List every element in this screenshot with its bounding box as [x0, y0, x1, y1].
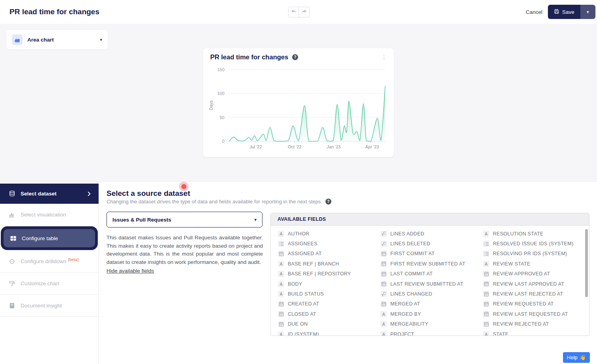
configuration-panel: Select datasetSelect visualizationConfig…: [0, 181, 597, 364]
dataset-description: This dataset makes Issues and Pull Reque…: [106, 234, 263, 266]
field-item-lines-changed[interactable]: LINES CHANGED: [376, 289, 478, 299]
sidebar-item-label: Document insight: [21, 303, 62, 309]
bar-chart-icon: [9, 211, 15, 218]
field-item-lines-deleted[interactable]: LINES DELETED: [376, 239, 478, 248]
field-item-created-at[interactable]: CREATED AT: [273, 299, 376, 309]
calendar-icon: [380, 250, 387, 257]
help-question-icon[interactable]: ?: [292, 54, 298, 60]
cancel-button[interactable]: Cancel: [523, 9, 545, 15]
calendar-icon: [380, 301, 387, 307]
area-chart-icon: [12, 34, 23, 45]
calendar-icon: [483, 311, 489, 317]
chevron-down-icon: ▾: [100, 37, 102, 42]
available-fields-body: AAUTHORASSIGNEESASSIGNED ATABASE REF | B…: [271, 226, 589, 336]
list-icon: [278, 241, 284, 247]
sidebar-item-document-insight[interactable]: Document insight: [0, 295, 99, 317]
field-item-assigned-at[interactable]: ASSIGNED AT: [273, 249, 376, 259]
text-field-icon: A: [380, 321, 387, 327]
field-label: AUTHOR: [288, 231, 309, 237]
field-label: LINES CHANGED: [390, 291, 432, 297]
scrollbar-thumb[interactable]: [585, 229, 588, 297]
svg-text:Days: Days: [209, 100, 213, 110]
sidebar-item-customize-chart[interactable]: Customize chart: [0, 273, 99, 295]
save-split-button: Save ▾: [548, 5, 595, 19]
field-item-review-requested-at[interactable]: REVIEW REQUESTED AT: [478, 299, 581, 309]
svg-text:150: 150: [217, 67, 224, 72]
svg-text:0: 0: [222, 139, 224, 144]
caret-down-icon: ▾: [587, 9, 589, 14]
area-chart-plot: 050100150DaysJul '22Oct '22Jan '23Apr '2…: [203, 64, 394, 157]
text-field-icon: A: [278, 231, 284, 237]
field-item-review-state[interactable]: AREVIEW STATE: [478, 259, 581, 269]
field-label: DUE ON: [288, 321, 308, 327]
hide-available-fields-link[interactable]: Hide available fields: [106, 268, 154, 274]
kebab-menu-icon[interactable]: ⋮: [380, 55, 388, 60]
fields-column: LINES ADDEDLINES DELETEDFIRST COMMIT ATF…: [376, 229, 478, 336]
help-question-icon[interactable]: ?: [325, 199, 331, 205]
beta-badge: (beta): [68, 257, 79, 262]
field-item-review-last-rejected-at[interactable]: REVIEW LAST REJECTED AT: [478, 289, 581, 299]
available-fields-header: AVAILABLE FIELDS: [271, 213, 589, 226]
calendar-icon: [483, 281, 489, 287]
undo-icon: [291, 8, 297, 16]
field-item-resolution-state[interactable]: ARESOLUTION STATE: [478, 229, 581, 239]
chart-type-selector[interactable]: Area chart ▾: [6, 30, 108, 49]
field-item-resolving-pr-ids-system[interactable]: RESOLVING PR IDS (SYSTEM): [478, 249, 581, 259]
field-item-review-last-approved-at[interactable]: REVIEW LAST APPROVED AT: [478, 279, 581, 289]
field-label: PROJECT: [390, 332, 414, 336]
field-item-state[interactable]: ASTATE: [478, 329, 581, 336]
field-label: ASSIGNEES: [288, 241, 318, 246]
field-label: BODY: [288, 281, 302, 287]
field-item-id-system[interactable]: AID (SYSTEM): [273, 329, 376, 336]
field-item-review-approved-at[interactable]: REVIEW APPROVED AT: [478, 269, 581, 279]
field-item-closed-at[interactable]: CLOSED AT: [273, 309, 376, 319]
field-item-lines-added[interactable]: LINES ADDED: [376, 229, 478, 239]
field-item-base-ref-repository[interactable]: ABASE REF | REPOSITORY: [273, 269, 376, 279]
undo-button[interactable]: [288, 7, 299, 17]
dataset-select[interactable]: Issues & Pull Requests ▾: [106, 212, 262, 228]
field-item-mergeability[interactable]: AMERGEABILITY: [376, 319, 478, 329]
field-label: RESOLVED ISSUE IDS (SYSTEM): [493, 241, 573, 246]
field-item-build-status[interactable]: ABUILD STATUS: [273, 289, 376, 299]
field-item-base-ref-branch[interactable]: ABASE REF | BRANCH: [273, 259, 376, 269]
section-subheading: Changing the dataset drives the type of …: [106, 199, 331, 205]
help-button[interactable]: Help 👋: [563, 352, 590, 363]
formula-icon: [380, 231, 387, 237]
field-label: MERGED BY: [390, 311, 421, 317]
field-item-author[interactable]: AAUTHOR: [273, 229, 376, 239]
field-label: BUILD STATUS: [288, 291, 324, 297]
save-icon: [554, 9, 559, 15]
field-item-last-commit-at[interactable]: LAST COMMIT AT: [376, 269, 478, 279]
field-label: CLOSED AT: [288, 311, 316, 317]
field-item-resolved-issue-ids-system[interactable]: RESOLVED ISSUE IDS (SYSTEM): [478, 239, 581, 248]
sidebar-item-select-dataset[interactable]: Select dataset: [0, 184, 99, 204]
text-field-icon: A: [380, 331, 387, 336]
svg-text:100: 100: [217, 91, 224, 96]
calendar-icon: [278, 301, 284, 307]
field-item-first-review-submitted-at[interactable]: FIRST REVIEW SUBMITTED AT: [376, 259, 478, 269]
table-icon: [10, 235, 17, 242]
field-item-merged-at[interactable]: MERGED AT: [376, 299, 478, 309]
section-subheading-text: Changing the dataset drives the type of …: [106, 199, 322, 205]
field-label: RESOLVING PR IDS (SYSTEM): [493, 251, 567, 256]
field-item-review-rejected-at[interactable]: REVIEW REJECTED AT: [478, 319, 581, 329]
page-title: PR lead time for changes: [10, 8, 99, 16]
field-item-project[interactable]: APROJECT: [376, 329, 478, 336]
list-icon: [483, 241, 489, 247]
field-item-review-last-requested-at[interactable]: REVIEW LAST REQUESTED AT: [478, 309, 581, 319]
sidebar-item-configure-drilldown[interactable]: Configure drilldown(beta): [0, 250, 99, 273]
fields-column: AAUTHORASSIGNEESASSIGNED ATABASE REF | B…: [273, 229, 376, 336]
sidebar-item-select-visualization[interactable]: Select visualization: [0, 204, 99, 226]
redo-icon: [301, 8, 307, 16]
save-button[interactable]: Save: [548, 5, 580, 19]
redo-button[interactable]: [299, 7, 310, 17]
sidebar-item-configure-table[interactable]: Configure table: [1, 226, 98, 250]
save-options-caret[interactable]: ▾: [580, 5, 595, 19]
undo-redo-group: [288, 7, 310, 17]
field-item-body[interactable]: ABODY: [273, 279, 376, 289]
field-item-last-review-submitted-at[interactable]: LAST REVIEW SUBMITTED AT: [376, 279, 478, 289]
field-item-assignees[interactable]: ASSIGNEES: [273, 239, 376, 248]
field-item-merged-by[interactable]: AMERGED BY: [376, 309, 478, 319]
field-item-first-commit-at[interactable]: FIRST COMMIT AT: [376, 249, 478, 259]
field-item-due-on[interactable]: DUE ON: [273, 319, 376, 329]
